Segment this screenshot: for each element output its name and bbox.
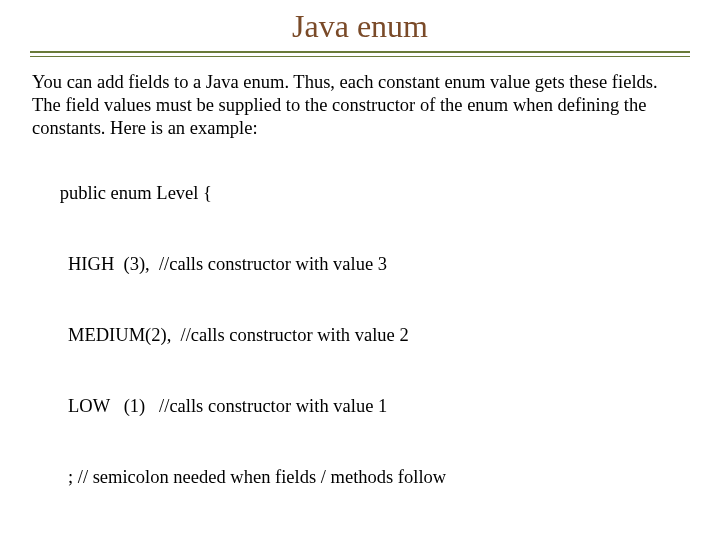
- slide-title: Java enum: [0, 0, 720, 51]
- intro-paragraph: You can add fields to a Java enum. Thus,…: [32, 71, 688, 140]
- code-line: MEDIUM(2), //calls constructor with valu…: [32, 324, 688, 348]
- code-line: LOW (1) //calls constructor with value 1: [32, 395, 688, 419]
- slide-body: You can add fields to a Java enum. Thus,…: [0, 71, 720, 540]
- code-line: public enum Level {: [60, 183, 212, 203]
- code-line: HIGH (3), //calls constructor with value…: [32, 253, 688, 277]
- slide: Java enum You can add fields to a Java e…: [0, 0, 720, 540]
- code-block: public enum Level { HIGH (3), //calls co…: [32, 158, 688, 540]
- code-line: ; // semicolon needed when fields / meth…: [32, 466, 688, 490]
- rule-thick: [30, 51, 690, 53]
- rule-thin: [30, 56, 690, 57]
- title-rule: [30, 51, 690, 57]
